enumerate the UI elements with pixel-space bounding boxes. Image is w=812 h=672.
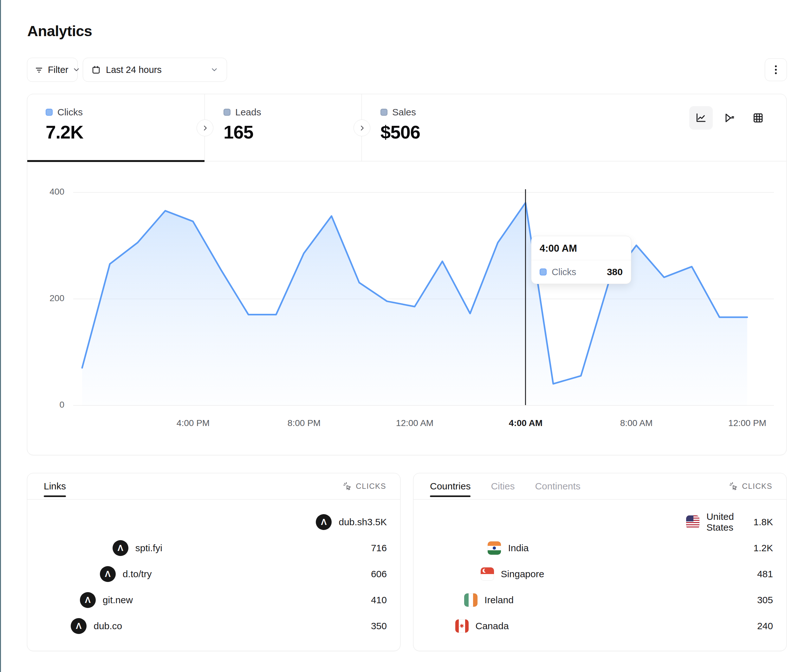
metric-tab-sales[interactable]: Sales $506: [362, 94, 520, 161]
funnel-view-button[interactable]: [718, 106, 741, 130]
country-clicks-value: 481: [757, 569, 773, 580]
page-title: Analytics: [27, 22, 92, 39]
link-label: dub.sh: [339, 517, 367, 527]
dub-logo-icon: Λ: [113, 540, 128, 556]
y-axis-tick: 0: [45, 400, 64, 410]
leads-series-marker: [223, 109, 230, 116]
x-axis-tick: 8:00 PM: [288, 418, 321, 428]
filter-button-label: Filter: [48, 65, 68, 75]
country-clicks-value: 305: [757, 595, 773, 605]
singapore-flag-icon: [481, 567, 494, 581]
tooltip-series-value: 380: [607, 266, 623, 277]
countries-list: United States 1.8K India 1.2K Singapore …: [418, 512, 781, 642]
filter-button[interactable]: Filter: [27, 58, 78, 82]
y-axis-tick: 200: [45, 293, 64, 304]
dub-logo-icon: Λ: [71, 618, 87, 634]
panel-metric-label: CLICKS: [356, 482, 386, 491]
tab-links[interactable]: Links: [44, 473, 66, 499]
us-flag-icon: [686, 515, 699, 529]
calendar-icon: [91, 65, 101, 75]
link-clicks-value: 410: [371, 595, 387, 605]
countries-panel: Countries Cities Continents CLICKS Unite…: [413, 473, 786, 651]
date-range-label: Last 24 hours: [106, 65, 162, 75]
metric-value: $506: [380, 121, 520, 143]
dub-logo-icon: Λ: [100, 566, 116, 582]
clicks-line: [82, 203, 747, 384]
metric-label: Leads: [235, 107, 261, 118]
link-clicks-value: 606: [371, 569, 387, 580]
country-row[interactable]: Ireland 305: [418, 590, 781, 610]
country-label: Ireland: [484, 595, 513, 605]
country-clicks-value: 1.2K: [753, 543, 773, 553]
metric-label: Clicks: [57, 107, 83, 118]
country-label: United States: [706, 511, 753, 533]
link-row[interactable]: Λ git.new 410: [32, 590, 395, 610]
links-list: Λ dub.sh 3.5K Λ spti.fyi 716 Λ d.to/try …: [32, 512, 395, 642]
cursor-click-icon: [729, 481, 739, 491]
dub-logo-icon: Λ: [316, 514, 332, 530]
link-label: dub.co: [94, 621, 122, 631]
x-axis-tick: 12:00 PM: [728, 418, 766, 428]
panel-metric-selector[interactable]: CLICKS: [343, 481, 386, 491]
line-chart-view-button[interactable]: [689, 106, 713, 130]
table-view-button[interactable]: [746, 106, 770, 130]
link-row[interactable]: Λ dub.co 350: [32, 616, 395, 636]
x-axis-tick: 4:00 AM: [509, 418, 542, 428]
gridline: [73, 192, 774, 193]
x-axis-tick: 12:00 AM: [396, 418, 433, 428]
country-row[interactable]: India 1.2K: [418, 538, 781, 558]
filter-icon: [34, 65, 44, 75]
chevron-down-icon: [210, 66, 218, 74]
metric-label: Sales: [392, 107, 416, 118]
panel-metric-selector[interactable]: CLICKS: [729, 481, 773, 491]
link-clicks-value: 3.5K: [367, 517, 387, 527]
x-axis-tick: 8:00 AM: [620, 418, 653, 428]
metric-value: 165: [223, 121, 362, 143]
link-label: d.to/try: [123, 569, 152, 580]
link-row[interactable]: Λ spti.fyi 716: [32, 538, 395, 558]
link-label: spti.fyi: [135, 543, 162, 553]
link-row[interactable]: Λ d.to/try 606: [32, 564, 395, 584]
tab-continents[interactable]: Continents: [535, 473, 580, 499]
country-row[interactable]: United States 1.8K: [418, 512, 781, 532]
gridline: [73, 298, 774, 299]
dub-logo-icon: Λ: [80, 592, 96, 608]
analytics-page: Analytics Filter Last 24 hours: [0, 0, 812, 672]
chevron-down-icon: [72, 66, 80, 74]
country-label: India: [508, 543, 529, 553]
country-row[interactable]: Singapore 481: [418, 564, 781, 584]
analytics-chart-card: Clicks 7.2K Leads 165 Sales $506: [27, 94, 786, 455]
panel-metric-label: CLICKS: [742, 482, 773, 491]
tooltip-time: 4:00 AM: [531, 236, 631, 260]
tooltip-series-label: Clicks: [552, 267, 602, 277]
next-metric-button[interactable]: [353, 119, 370, 136]
active-metric-underline: [27, 160, 205, 162]
tab-countries[interactable]: Countries: [430, 473, 471, 499]
canada-flag-icon: [455, 619, 469, 633]
link-clicks-value: 716: [371, 543, 387, 553]
india-flag-icon: [488, 541, 501, 555]
y-axis-tick: 400: [45, 187, 64, 197]
metric-tab-leads[interactable]: Leads 165: [205, 94, 362, 161]
country-row[interactable]: Canada 240: [418, 616, 781, 636]
more-options-button[interactable]: [765, 58, 787, 81]
tab-cities[interactable]: Cities: [491, 473, 515, 499]
chart-view-toggles: [689, 106, 770, 130]
metrics-row: Clicks 7.2K Leads 165 Sales $506: [27, 94, 786, 161]
country-label: Canada: [476, 621, 509, 631]
country-label: Singapore: [501, 569, 544, 580]
metric-value: 7.2K: [46, 121, 205, 143]
chart-tooltip: 4:00 AM Clicks 380: [531, 236, 631, 284]
metric-tab-clicks[interactable]: Clicks 7.2K: [27, 94, 205, 161]
next-metric-button[interactable]: [196, 119, 213, 136]
kebab-menu-icon: [771, 64, 781, 75]
links-panel: Links CLICKS Λ dub.sh 3.5K: [27, 473, 401, 651]
link-row[interactable]: Λ dub.sh 3.5K: [32, 512, 395, 532]
gridline: [73, 405, 774, 406]
country-clicks-value: 1.8K: [753, 517, 773, 527]
date-range-button[interactable]: Last 24 hours: [83, 58, 227, 82]
cursor-click-icon: [343, 481, 352, 491]
sales-series-marker: [380, 109, 387, 116]
link-label: git.new: [103, 595, 133, 605]
window-edge-divider: [0, 0, 1, 672]
